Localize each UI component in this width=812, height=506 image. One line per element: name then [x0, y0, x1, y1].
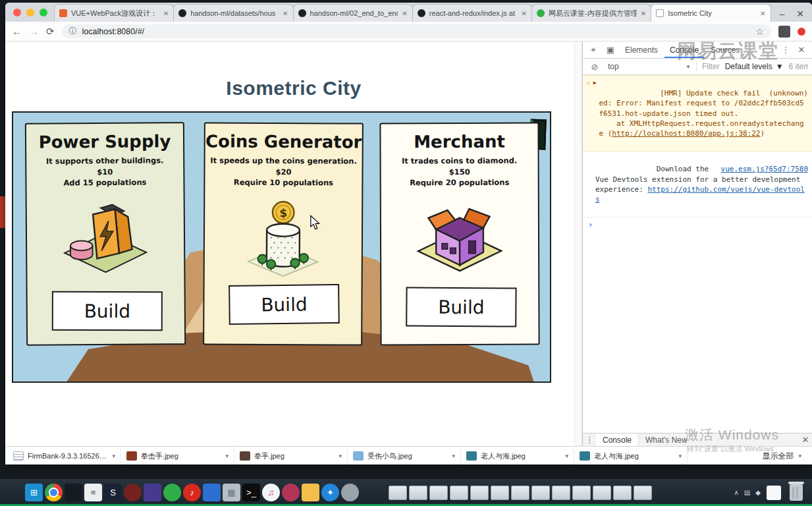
more-options-icon[interactable]: ⋮: [583, 435, 596, 445]
tab-close-icon[interactable]: ✕: [283, 10, 288, 17]
tab-close-icon[interactable]: ✕: [522, 10, 527, 17]
close-devtools-icon[interactable]: ✕: [794, 45, 809, 55]
file-icon: [466, 451, 477, 461]
filter-input[interactable]: Filter: [702, 62, 720, 71]
download-item[interactable]: 受伤小鸟.jpeg ▾: [348, 447, 461, 464]
tab-title: react-and-redux/index.js at: [429, 9, 518, 17]
taskbar-app-icon[interactable]: [45, 484, 63, 501]
close-icon[interactable]: ✕: [796, 9, 804, 19]
inspect-element-icon[interactable]: ⌖: [585, 45, 601, 55]
taskbar-app-icon[interactable]: >_: [242, 484, 260, 501]
browser-tab[interactable]: 网易云课堂-内容提供方管理 ✕: [531, 4, 651, 22]
message-source-link[interactable]: vue.esm.js?65d7:7580: [721, 164, 808, 174]
notes-icon[interactable]: [767, 486, 781, 500]
taskbar-app-icon[interactable]: ⊞: [25, 484, 43, 501]
chevron-down-icon[interactable]: ▾: [112, 453, 115, 459]
taskbar-app-icon[interactable]: [341, 484, 359, 501]
taskbar-window-button[interactable]: [593, 486, 611, 500]
zoom-window-button[interactable]: [40, 9, 47, 16]
taskbar-app-icon[interactable]: [302, 484, 319, 501]
taskbar-window-button[interactable]: [409, 486, 427, 500]
page-scrollbar[interactable]: [574, 42, 582, 446]
taskbar-app-icon[interactable]: [144, 484, 161, 501]
tab-elements[interactable]: Elements: [620, 42, 663, 58]
browser-tab[interactable]: handson-ml/datasets/hous ✕: [173, 4, 293, 22]
taskbar-window-button[interactable]: [491, 486, 509, 500]
taskbar-window-button[interactable]: [572, 486, 591, 500]
chevron-down-icon[interactable]: ▾: [678, 453, 682, 459]
taskbar-window-button[interactable]: [552, 486, 570, 500]
taskbar-window-button[interactable]: [470, 486, 489, 500]
profile-avatar[interactable]: [778, 26, 790, 38]
taskbar-window-button[interactable]: [531, 486, 550, 500]
download-item[interactable]: 拳击手.jpeg ▾: [121, 447, 234, 464]
chevron-down-icon[interactable]: ▾: [565, 453, 568, 459]
browser-tab[interactable]: Isometric City ✕: [651, 4, 771, 22]
url-text[interactable]: localhost:8080/#/: [82, 27, 751, 36]
browser-tab[interactable]: react-and-redux/index.js at ✕: [412, 4, 532, 22]
close-drawer-icon[interactable]: ✕: [799, 435, 812, 445]
tray-icon[interactable]: ∧: [734, 489, 739, 496]
bookmark-star-icon[interactable]: ☆: [755, 26, 764, 37]
log-levels-dropdown[interactable]: Default levels ▼: [725, 62, 784, 71]
taskbar-window-button[interactable]: [511, 486, 529, 500]
minimize-icon[interactable]: –: [779, 9, 784, 19]
taskbar-window-button[interactable]: [450, 486, 468, 500]
expand-icon[interactable]: ▶: [593, 78, 597, 86]
build-button[interactable]: Build: [52, 291, 163, 331]
build-button[interactable]: Build: [406, 287, 516, 327]
site-info-icon[interactable]: ⓘ: [69, 26, 77, 37]
taskbar-app-icon[interactable]: [282, 484, 300, 501]
taskbar-app-icon[interactable]: ♪: [183, 484, 201, 501]
tray-icon[interactable]: ▤: [744, 489, 750, 496]
taskbar-window-button[interactable]: [613, 486, 632, 500]
chevron-down-icon[interactable]: ▾: [225, 453, 229, 459]
minimize-window-button[interactable]: [26, 9, 34, 16]
taskbar-window-button[interactable]: [389, 486, 407, 500]
browser-tab[interactable]: VUE+WebPack游戏设计： ✕: [54, 4, 174, 22]
tab-close-icon[interactable]: ✕: [760, 10, 765, 17]
tray-icon[interactable]: ◆: [755, 489, 761, 496]
device-toolbar-icon[interactable]: ▣: [603, 45, 618, 55]
forward-button[interactable]: →: [29, 26, 39, 36]
tab-close-icon[interactable]: ✕: [163, 10, 169, 17]
download-item[interactable]: 拳手.jpeg ▾: [234, 447, 348, 464]
tab-title: handson-ml/datasets/hous: [190, 9, 279, 17]
tab-close-icon[interactable]: ✕: [641, 10, 646, 17]
context-dropdown[interactable]: top ▼: [608, 62, 691, 71]
taskbar-app-icon[interactable]: [203, 484, 221, 501]
tab-sources[interactable]: Sources: [705, 42, 745, 58]
taskbar-window-button[interactable]: [634, 486, 652, 500]
build-button[interactable]: Build: [229, 284, 340, 325]
download-item[interactable]: 老人与海.jpeg ▾: [461, 447, 574, 464]
taskbar-window-button[interactable]: [429, 486, 448, 500]
close-window-button[interactable]: [13, 9, 21, 16]
download-item[interactable]: 老人与海.jpeg ▾: [574, 447, 688, 464]
show-all-downloads-button[interactable]: 显示全部 ▾: [751, 451, 812, 462]
console-prompt[interactable]: ›: [583, 217, 812, 232]
taskbar-app-icon[interactable]: ▦: [223, 484, 240, 501]
source-link[interactable]: http://localhost:8080/app.js:38:22: [612, 129, 760, 138]
taskbar-app-icon[interactable]: [65, 484, 82, 501]
reload-button[interactable]: ⟳: [46, 26, 55, 36]
chevron-down-icon[interactable]: ▾: [452, 453, 455, 459]
tab-console[interactable]: Console: [664, 42, 704, 58]
tab-close-icon[interactable]: ✕: [402, 10, 407, 17]
browser-tab[interactable]: handson-ml/02_end_to_end ✕: [293, 4, 413, 22]
chevron-down-icon[interactable]: ▾: [338, 453, 342, 459]
taskbar-app-icon[interactable]: S: [104, 484, 122, 501]
drawer-tab-whats-new[interactable]: What's New: [639, 434, 694, 446]
drawer-tab-console[interactable]: Console: [596, 434, 639, 446]
taskbar-app-icon[interactable]: [124, 484, 142, 501]
recording-indicator-icon[interactable]: [798, 28, 805, 36]
trash-icon[interactable]: [790, 484, 803, 501]
clear-console-icon[interactable]: ⊘: [587, 62, 603, 72]
taskbar-app-icon[interactable]: ≡: [84, 484, 102, 501]
taskbar-app-icon[interactable]: [163, 484, 181, 501]
address-bar[interactable]: ⓘ localhost:8080/#/ ☆: [62, 24, 771, 38]
taskbar-app-icon[interactable]: ✦: [321, 484, 339, 501]
more-options-icon[interactable]: ⋮: [778, 45, 794, 55]
taskbar-app-icon[interactable]: ♫: [262, 484, 280, 501]
back-button[interactable]: ←: [12, 26, 22, 36]
download-item[interactable]: FirmBank-9.3.3.16526.exe ▾: [8, 447, 121, 464]
